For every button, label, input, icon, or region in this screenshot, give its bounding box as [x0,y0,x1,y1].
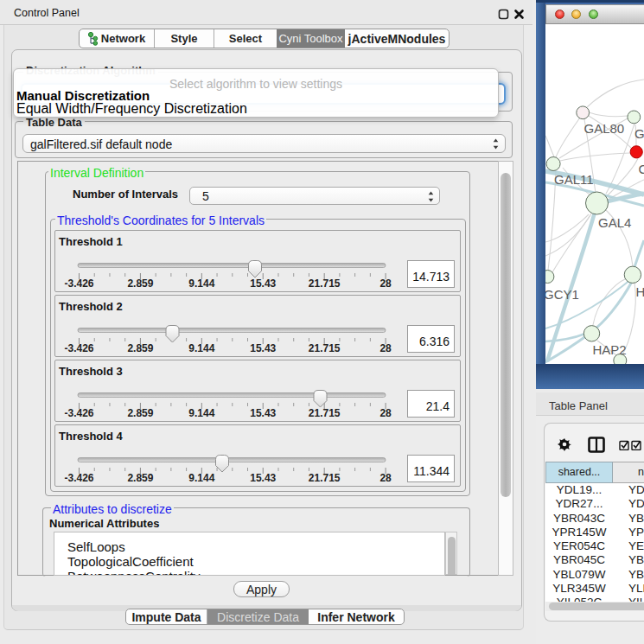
svg-text:-3.426: -3.426 [64,407,93,419]
svg-text:28: 28 [379,342,392,354]
svg-text:GAL4: GAL4 [598,215,631,230]
svg-text:-3.426: -3.426 [64,342,93,354]
svg-text:GA: GA [634,126,644,141]
svg-text:HAP2: HAP2 [593,342,627,357]
svg-text:9.144: 9.144 [188,342,214,354]
svg-text:-3.426: -3.426 [64,277,93,290]
svg-text:15.43: 15.43 [250,407,276,419]
svg-text:2.859: 2.859 [127,277,153,290]
svg-text:2.859: 2.859 [127,407,153,419]
svg-text:GCY1: GCY1 [545,287,579,302]
svg-text:2.859: 2.859 [127,342,153,354]
svg-text:2.859: 2.859 [127,472,153,484]
svg-text:H: H [636,284,644,299]
svg-text:GAL11: GAL11 [554,172,594,187]
svg-text:21.715: 21.715 [309,342,341,354]
svg-text:9.144: 9.144 [188,407,214,419]
svg-text:21.715: 21.715 [309,407,341,419]
svg-text:28: 28 [379,407,392,419]
svg-text:15.43: 15.43 [250,472,276,484]
svg-text:15.43: 15.43 [250,277,276,290]
svg-text:21.715: 21.715 [309,277,341,290]
svg-text:9.144: 9.144 [188,472,214,484]
svg-text:15.43: 15.43 [250,342,276,354]
svg-text:-3.426: -3.426 [64,472,93,484]
svg-text:GAL80: GAL80 [584,121,625,136]
svg-text:9.144: 9.144 [188,277,214,290]
svg-text:28: 28 [379,472,392,484]
svg-text:C: C [639,162,644,176]
svg-text:28: 28 [379,277,392,290]
svg-text:21.715: 21.715 [309,472,341,484]
